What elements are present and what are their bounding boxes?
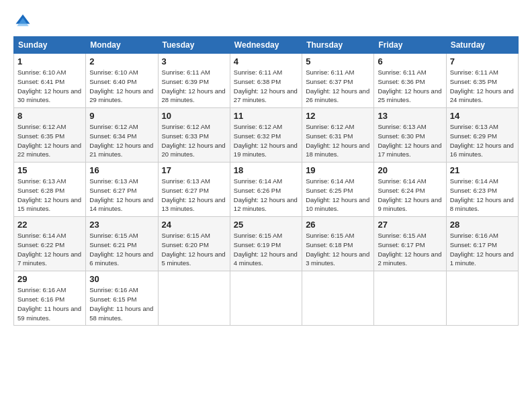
calendar-cell: 23Sunrise: 6:15 AMSunset: 6:21 PMDayligh…	[86, 217, 158, 271]
calendar-cell: 24Sunrise: 6:15 AMSunset: 6:20 PMDayligh…	[158, 217, 230, 271]
calendar-cell: 2Sunrise: 6:10 AMSunset: 6:40 PMDaylight…	[86, 54, 158, 108]
calendar-cell: 15Sunrise: 6:13 AMSunset: 6:28 PMDayligh…	[14, 163, 86, 217]
calendar-cell	[302, 271, 374, 326]
col-header-sunday: Sunday	[14, 37, 86, 54]
calendar-cell: 30Sunrise: 6:16 AMSunset: 6:15 PMDayligh…	[86, 271, 158, 326]
day-number: 8	[17, 111, 82, 121]
calendar-week-1: 8Sunrise: 6:12 AMSunset: 6:35 PMDaylight…	[14, 108, 519, 163]
day-detail: Sunrise: 6:15 AMSunset: 6:19 PMDaylight:…	[234, 232, 298, 267]
day-detail: Sunrise: 6:14 AMSunset: 6:23 PMDaylight:…	[450, 177, 514, 212]
day-number: 15	[17, 165, 82, 175]
day-number: 7	[450, 56, 515, 66]
day-number: 29	[17, 274, 82, 284]
col-header-wednesday: Wednesday	[230, 37, 302, 54]
calendar-thead: SundayMondayTuesdayWednesdayThursdayFrid…	[14, 37, 519, 54]
day-detail: Sunrise: 6:13 AMSunset: 6:29 PMDaylight:…	[450, 123, 514, 158]
calendar-cell: 5Sunrise: 6:11 AMSunset: 6:37 PMDaylight…	[302, 54, 374, 108]
day-detail: Sunrise: 6:12 AMSunset: 6:34 PMDaylight:…	[89, 123, 153, 158]
day-number: 12	[306, 111, 370, 121]
day-number: 30	[89, 274, 154, 284]
calendar-cell: 18Sunrise: 6:14 AMSunset: 6:26 PMDayligh…	[230, 163, 302, 217]
day-number: 6	[378, 56, 442, 66]
calendar-cell: 21Sunrise: 6:14 AMSunset: 6:23 PMDayligh…	[446, 163, 518, 217]
day-detail: Sunrise: 6:10 AMSunset: 6:40 PMDaylight:…	[89, 68, 153, 103]
day-detail: Sunrise: 6:11 AMSunset: 6:35 PMDaylight:…	[450, 68, 514, 103]
day-number: 19	[306, 165, 370, 175]
col-header-tuesday: Tuesday	[158, 37, 230, 54]
calendar-week-4: 29Sunrise: 6:16 AMSunset: 6:16 PMDayligh…	[14, 271, 519, 326]
calendar-cell	[446, 271, 518, 326]
calendar-week-0: 1Sunrise: 6:10 AMSunset: 6:41 PMDaylight…	[14, 54, 519, 108]
day-detail: Sunrise: 6:16 AMSunset: 6:16 PMDaylight:…	[17, 286, 81, 321]
calendar-cell: 29Sunrise: 6:16 AMSunset: 6:16 PMDayligh…	[14, 271, 86, 326]
day-number: 4	[234, 56, 298, 66]
calendar-cell: 8Sunrise: 6:12 AMSunset: 6:35 PMDaylight…	[14, 108, 86, 163]
day-number: 25	[234, 220, 298, 230]
day-number: 1	[17, 56, 82, 66]
calendar-cell: 16Sunrise: 6:13 AMSunset: 6:27 PMDayligh…	[86, 163, 158, 217]
day-detail: Sunrise: 6:13 AMSunset: 6:30 PMDaylight:…	[378, 123, 441, 158]
day-number: 13	[378, 111, 442, 121]
calendar-cell: 6Sunrise: 6:11 AMSunset: 6:36 PMDaylight…	[374, 54, 446, 108]
day-number: 28	[450, 220, 515, 230]
calendar-body: 1Sunrise: 6:10 AMSunset: 6:41 PMDaylight…	[14, 54, 519, 326]
header-row: SundayMondayTuesdayWednesdayThursdayFrid…	[14, 37, 519, 54]
col-header-saturday: Saturday	[446, 37, 518, 54]
day-detail: Sunrise: 6:10 AMSunset: 6:41 PMDaylight:…	[17, 68, 81, 103]
col-header-thursday: Thursday	[302, 37, 374, 54]
day-number: 23	[89, 220, 154, 230]
day-detail: Sunrise: 6:13 AMSunset: 6:27 PMDaylight:…	[162, 177, 226, 212]
day-number: 2	[89, 56, 154, 66]
calendar-week-2: 15Sunrise: 6:13 AMSunset: 6:28 PMDayligh…	[14, 163, 519, 217]
calendar-cell: 25Sunrise: 6:15 AMSunset: 6:19 PMDayligh…	[230, 217, 302, 271]
calendar-week-3: 22Sunrise: 6:14 AMSunset: 6:22 PMDayligh…	[14, 217, 519, 271]
calendar-cell: 20Sunrise: 6:14 AMSunset: 6:24 PMDayligh…	[374, 163, 446, 217]
day-number: 5	[306, 56, 370, 66]
calendar-cell: 3Sunrise: 6:11 AMSunset: 6:39 PMDaylight…	[158, 54, 230, 108]
day-number: 22	[17, 220, 82, 230]
day-number: 16	[89, 165, 154, 175]
day-detail: Sunrise: 6:13 AMSunset: 6:27 PMDaylight:…	[89, 177, 153, 212]
day-number: 18	[234, 165, 298, 175]
calendar-cell	[158, 271, 230, 326]
day-detail: Sunrise: 6:12 AMSunset: 6:33 PMDaylight:…	[162, 123, 226, 158]
col-header-friday: Friday	[374, 37, 446, 54]
day-number: 10	[162, 111, 226, 121]
day-number: 20	[378, 165, 442, 175]
day-number: 27	[378, 220, 442, 230]
calendar-cell	[374, 271, 446, 326]
day-detail: Sunrise: 6:12 AMSunset: 6:35 PMDaylight:…	[17, 123, 81, 158]
calendar-cell: 28Sunrise: 6:16 AMSunset: 6:17 PMDayligh…	[446, 217, 518, 271]
logo-icon	[13, 12, 32, 31]
calendar-cell: 22Sunrise: 6:14 AMSunset: 6:22 PMDayligh…	[14, 217, 86, 271]
calendar-cell	[230, 271, 302, 326]
day-detail: Sunrise: 6:15 AMSunset: 6:18 PMDaylight:…	[306, 232, 369, 267]
calendar-cell: 11Sunrise: 6:12 AMSunset: 6:32 PMDayligh…	[230, 108, 302, 163]
calendar-table: SundayMondayTuesdayWednesdayThursdayFrid…	[13, 36, 519, 326]
calendar-cell: 13Sunrise: 6:13 AMSunset: 6:30 PMDayligh…	[374, 108, 446, 163]
calendar-cell: 4Sunrise: 6:11 AMSunset: 6:38 PMDaylight…	[230, 54, 302, 108]
day-number: 17	[162, 165, 226, 175]
calendar-cell: 14Sunrise: 6:13 AMSunset: 6:29 PMDayligh…	[446, 108, 518, 163]
calendar-cell: 17Sunrise: 6:13 AMSunset: 6:27 PMDayligh…	[158, 163, 230, 217]
day-number: 9	[89, 111, 154, 121]
day-detail: Sunrise: 6:14 AMSunset: 6:22 PMDaylight:…	[17, 232, 81, 267]
calendar-cell: 10Sunrise: 6:12 AMSunset: 6:33 PMDayligh…	[158, 108, 230, 163]
col-header-monday: Monday	[86, 37, 158, 54]
calendar-cell: 19Sunrise: 6:14 AMSunset: 6:25 PMDayligh…	[302, 163, 374, 217]
day-detail: Sunrise: 6:11 AMSunset: 6:37 PMDaylight:…	[306, 68, 369, 103]
day-detail: Sunrise: 6:16 AMSunset: 6:15 PMDaylight:…	[89, 286, 153, 321]
calendar-cell: 7Sunrise: 6:11 AMSunset: 6:35 PMDaylight…	[446, 54, 518, 108]
calendar-cell: 26Sunrise: 6:15 AMSunset: 6:18 PMDayligh…	[302, 217, 374, 271]
day-number: 11	[234, 111, 298, 121]
day-detail: Sunrise: 6:13 AMSunset: 6:28 PMDaylight:…	[17, 177, 81, 212]
calendar-cell: 27Sunrise: 6:15 AMSunset: 6:17 PMDayligh…	[374, 217, 446, 271]
calendar-cell: 12Sunrise: 6:12 AMSunset: 6:31 PMDayligh…	[302, 108, 374, 163]
day-number: 14	[450, 111, 515, 121]
day-detail: Sunrise: 6:11 AMSunset: 6:36 PMDaylight:…	[378, 68, 441, 103]
logo	[13, 12, 35, 31]
calendar-header	[13, 12, 519, 31]
day-detail: Sunrise: 6:16 AMSunset: 6:17 PMDaylight:…	[450, 232, 514, 267]
day-detail: Sunrise: 6:11 AMSunset: 6:39 PMDaylight:…	[162, 68, 226, 103]
day-detail: Sunrise: 6:15 AMSunset: 6:21 PMDaylight:…	[89, 232, 153, 267]
